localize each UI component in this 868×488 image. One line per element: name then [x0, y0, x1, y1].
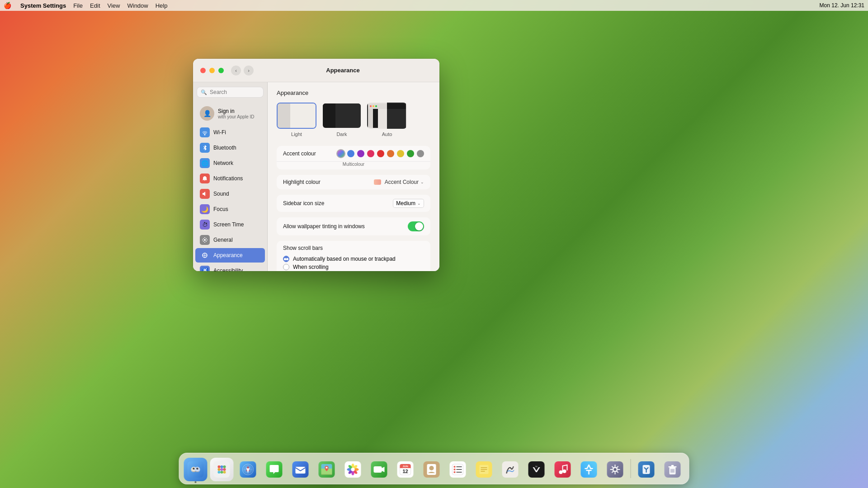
apple-id-sub: with your Apple ID — [218, 114, 255, 119]
appearance-label-light: Light — [291, 131, 302, 137]
main-content: Appearance Light — [268, 82, 439, 271]
accent-blue[interactable] — [347, 150, 354, 157]
dock-item-notes[interactable] — [472, 458, 496, 481]
menu-view[interactable]: View — [108, 2, 120, 9]
dock-item-calendar[interactable]: JUN 12 — [394, 458, 417, 481]
sidebar-item-notifications[interactable]: Notifications — [195, 171, 265, 186]
appearance-section-title: Appearance — [277, 89, 430, 96]
svg-rect-45 — [374, 466, 382, 473]
accent-pink[interactable] — [367, 150, 374, 157]
svg-point-14 — [221, 468, 223, 471]
sidebar-label-appearance: Appearance — [213, 252, 243, 258]
dock-item-finder[interactable] — [184, 458, 208, 481]
dock-item-photos[interactable] — [341, 458, 365, 481]
svg-text:JUN: JUN — [402, 465, 408, 468]
appearance-label-dark: Dark — [336, 131, 347, 137]
accent-orange[interactable] — [387, 150, 394, 157]
sidebar-item-bluetooth[interactable]: Bluetooth — [195, 141, 265, 155]
dock-item-contacts[interactable] — [420, 458, 443, 481]
wifi-icon — [200, 127, 210, 137]
svg-point-17 — [221, 471, 223, 474]
dock-item-mail[interactable] — [289, 458, 312, 481]
dock-item-trash[interactable] — [661, 458, 684, 481]
wallpaper-tinting-toggle[interactable] — [408, 221, 424, 231]
menu-file[interactable]: File — [73, 2, 83, 9]
wallpaper-tinting-section: Allow wallpaper tinting in windows — [277, 217, 430, 235]
screentime-icon: ⏱ — [200, 220, 210, 230]
dock-item-music[interactable] — [551, 458, 575, 481]
scroll-bars-auto-label: Automatically based on mouse or trackpad — [293, 256, 396, 262]
sidebar-icon-size-value: Medium — [396, 200, 415, 206]
svg-point-13 — [218, 468, 221, 471]
dock-item-yoink[interactable] — [635, 458, 658, 481]
dock-item-safari[interactable] — [236, 458, 260, 481]
general-icon — [200, 235, 210, 245]
apple-logo-icon[interactable]: 🍎 — [4, 2, 11, 9]
dock-item-appstore[interactable] — [577, 458, 601, 481]
network-icon: 🌐 — [200, 158, 210, 168]
maximize-button[interactable] — [218, 68, 224, 73]
scroll-bars-scrolling[interactable]: When scrolling — [283, 264, 396, 270]
sidebar-icon-size-dropdown[interactable]: Medium ⌄ — [393, 199, 424, 208]
accent-multicolour[interactable] — [337, 150, 344, 157]
menu-edit[interactable]: Edit — [90, 2, 100, 9]
sidebar-item-appleid[interactable]: 👤 Sign in with your Apple ID — [195, 103, 265, 124]
sidebar-item-wifi[interactable]: Wi-Fi — [195, 125, 265, 140]
accent-colour-label: Accent colour — [283, 150, 337, 157]
dock-item-facetime[interactable] — [368, 458, 391, 481]
sidebar-icon-size-section: Sidebar icon size Medium ⌄ — [277, 195, 430, 212]
accent-green[interactable] — [407, 150, 414, 157]
highlight-colour-label: Highlight colour — [283, 179, 374, 185]
dock: JUN 12 — [179, 453, 689, 484]
dock-item-maps[interactable] — [315, 458, 339, 481]
dock-item-launchpad[interactable] — [210, 458, 234, 481]
search-input[interactable] — [210, 89, 259, 95]
appearance-option-dark[interactable]: Dark — [322, 103, 362, 137]
accessibility-icon: ♿ — [200, 266, 210, 271]
sidebar-item-sound[interactable]: Sound — [195, 187, 265, 201]
dock-item-messages[interactable] — [263, 458, 286, 481]
svg-point-11 — [221, 465, 223, 468]
multicolour-label: Multicolour — [277, 162, 430, 169]
sidebar-item-accessibility[interactable]: ♿ Accessibility — [195, 263, 265, 271]
sidebar-label-focus: Focus — [213, 206, 228, 212]
sidebar-item-general[interactable]: General — [195, 233, 265, 247]
accent-yellow[interactable] — [397, 150, 404, 157]
menu-help[interactable]: Help — [156, 2, 168, 9]
sidebar-item-appearance[interactable]: Appearance — [195, 248, 265, 263]
scroll-bars-auto[interactable]: Automatically based on mouse or trackpad — [283, 256, 396, 262]
close-button[interactable] — [200, 68, 206, 73]
menubar-app-name[interactable]: System Settings — [20, 2, 66, 9]
svg-point-77 — [614, 468, 617, 471]
svg-rect-74 — [581, 461, 597, 478]
accent-purple[interactable] — [357, 150, 364, 157]
svg-point-12 — [223, 465, 226, 468]
accent-colour-section: Accent colour — [277, 146, 430, 169]
accent-graphite[interactable] — [417, 150, 424, 157]
sidebar-item-focus[interactable]: 🌙 Focus — [195, 202, 265, 216]
forward-button[interactable]: › — [244, 66, 254, 75]
window-body: 🔍 👤 Sign in with your Apple ID — [193, 82, 439, 271]
svg-rect-84 — [671, 465, 674, 466]
svg-point-0 — [204, 239, 206, 241]
accent-red[interactable] — [377, 150, 384, 157]
apple-id-main: Sign in — [218, 108, 255, 114]
dock-item-reminders[interactable] — [446, 458, 470, 481]
search-box[interactable]: 🔍 — [197, 87, 264, 98]
dock-item-syspreferences[interactable] — [604, 458, 627, 481]
dock-separator — [631, 459, 631, 478]
appearance-option-auto[interactable]: Auto — [367, 103, 407, 137]
dock-item-appletv[interactable]: tv — [525, 458, 548, 481]
appearance-option-light[interactable]: Light — [277, 103, 316, 137]
titlebar: ‹ › Appearance — [193, 59, 439, 82]
highlight-colour-value[interactable]: Accent Colour ⌄ — [374, 179, 424, 185]
dock-item-freeform[interactable] — [499, 458, 522, 481]
sidebar-item-network[interactable]: 🌐 Network — [195, 156, 265, 170]
minimize-button[interactable] — [209, 68, 215, 73]
sidebar-item-screentime[interactable]: ⏱ Screen Time — [195, 217, 265, 232]
menu-window[interactable]: Window — [127, 2, 148, 9]
sidebar-label-network: Network — [213, 160, 233, 166]
svg-point-5 — [193, 468, 195, 469]
back-button[interactable]: ‹ — [231, 66, 241, 75]
appearance-preview-light — [277, 103, 316, 129]
